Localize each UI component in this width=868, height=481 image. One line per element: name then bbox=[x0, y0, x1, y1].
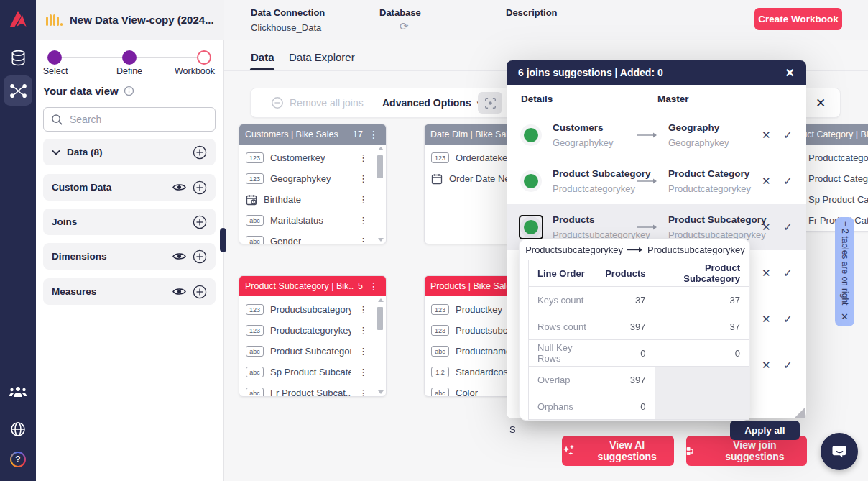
step-select-circle[interactable] bbox=[47, 50, 62, 65]
reject-join-icon[interactable]: ✕ bbox=[762, 175, 771, 188]
kebab-menu-icon[interactable]: ⋮ bbox=[357, 215, 369, 226]
kebab-menu-icon[interactable]: ⋮ bbox=[357, 304, 369, 315]
add-icon[interactable] bbox=[193, 145, 207, 160]
view-ai-suggestions-button[interactable]: View AI suggestions bbox=[562, 436, 674, 466]
field-row[interactable]: 123Productsubcategory...⋮ bbox=[239, 299, 386, 320]
kebab-menu-icon[interactable]: ⋮ bbox=[357, 152, 369, 163]
field-row[interactable]: abcMaritalstatus⋮ bbox=[239, 210, 386, 231]
nav-database-icon[interactable] bbox=[0, 47, 36, 69]
field-row[interactable]: abcSp Product Subcateg...⋮ bbox=[239, 362, 386, 382]
field-row[interactable]: abcFr Product Subcat...⋮ bbox=[239, 382, 386, 397]
apply-all-button[interactable]: Apply all bbox=[730, 421, 800, 440]
modal-header[interactable]: 6 joins suggestions | Added: 0 ✕ bbox=[507, 60, 806, 85]
join-status-dot[interactable] bbox=[524, 128, 538, 142]
nav-help-icon[interactable]: ? bbox=[0, 450, 36, 469]
kebab-menu-icon[interactable]: ⋮ bbox=[357, 346, 369, 357]
detail-table: Customers bbox=[553, 122, 614, 133]
kebab-menu-icon[interactable]: ⋮ bbox=[357, 236, 369, 244]
stats-value: 37 bbox=[655, 287, 749, 313]
section-measures[interactable]: Measures bbox=[43, 278, 216, 305]
stepper-line bbox=[62, 57, 122, 58]
add-icon[interactable] bbox=[193, 285, 207, 299]
tab-data[interactable]: Data bbox=[251, 51, 274, 63]
section-data[interactable]: Data (8) bbox=[43, 139, 216, 165]
join-status-dot[interactable] bbox=[524, 174, 538, 188]
advanced-options-button[interactable]: Advanced Options ▾ bbox=[382, 88, 481, 117]
view-join-suggestions-button[interactable]: View join suggestions bbox=[686, 436, 807, 466]
reject-join-icon[interactable]: ✕ bbox=[762, 221, 771, 234]
table-card-header[interactable]: Customers | Bike Sales 17 ⋮ bbox=[239, 124, 386, 145]
kebab-menu-icon[interactable]: ⋮ bbox=[357, 194, 369, 205]
search-input[interactable] bbox=[70, 114, 192, 125]
join-status-dot[interactable] bbox=[524, 220, 538, 234]
nav-globe-icon[interactable] bbox=[0, 420, 36, 439]
add-icon[interactable] bbox=[193, 215, 207, 229]
scroll-down-icon[interactable] bbox=[378, 238, 384, 242]
reject-join-icon[interactable]: ✕ bbox=[762, 267, 771, 280]
resize-handle[interactable] bbox=[795, 407, 805, 418]
eye-icon[interactable] bbox=[172, 287, 186, 296]
toolbar-close-button[interactable]: ✕ bbox=[816, 88, 826, 117]
detail-table: Products bbox=[553, 214, 650, 225]
scroll-down-icon[interactable] bbox=[378, 390, 384, 394]
app-logo-icon[interactable] bbox=[0, 6, 36, 32]
kebab-menu-icon[interactable]: ⋮ bbox=[357, 388, 369, 397]
nav-community-icon[interactable] bbox=[0, 383, 36, 400]
refresh-icon[interactable]: ⟳ bbox=[400, 20, 409, 33]
tab-data-explorer[interactable]: Data Explorer bbox=[289, 51, 355, 63]
kebab-menu-icon[interactable]: ⋮ bbox=[367, 280, 380, 292]
accept-join-icon[interactable]: ✓ bbox=[783, 221, 793, 234]
scroll-up-icon[interactable] bbox=[378, 147, 384, 150]
step-workbook-circle[interactable] bbox=[197, 50, 211, 65]
card-scrollbar[interactable] bbox=[377, 147, 384, 242]
create-workbook-button[interactable]: Create Workbook bbox=[754, 8, 842, 30]
kebab-menu-icon[interactable]: ⋮ bbox=[357, 173, 369, 184]
section-joins[interactable]: Joins bbox=[43, 209, 216, 235]
sidebar-resize-handle[interactable] bbox=[220, 228, 226, 252]
close-icon[interactable]: ✕ bbox=[839, 311, 850, 322]
field-row[interactable]: 123Customerkey⋮ bbox=[239, 147, 386, 168]
field-row[interactable]: 123Geographykey⋮ bbox=[239, 168, 386, 189]
scroll-up-icon[interactable] bbox=[378, 298, 384, 302]
field-row[interactable]: Birthdate⋮ bbox=[239, 189, 386, 210]
accept-join-icon[interactable]: ✓ bbox=[783, 175, 793, 188]
stats-col-header: Product Subcategory bbox=[655, 260, 749, 287]
field-row[interactable]: abcProduct Subcategory⋮ bbox=[239, 341, 386, 362]
table-card-header[interactable]: Product Subcategory | Bik... 5 ⋮ bbox=[239, 276, 386, 296]
kebab-menu-icon[interactable]: ⋮ bbox=[367, 129, 380, 140]
nav-joins-icon[interactable] bbox=[4, 75, 32, 106]
step-define-circle[interactable] bbox=[122, 50, 137, 65]
chat-widget-button[interactable] bbox=[821, 433, 858, 470]
accept-join-icon[interactable]: ✓ bbox=[783, 359, 793, 372]
join-suggestion-row[interactable]: CustomersGeographykey GeographyGeography… bbox=[507, 112, 806, 158]
scrollbar-thumb[interactable] bbox=[377, 307, 383, 330]
add-icon[interactable] bbox=[193, 249, 207, 264]
scrollbar-thumb[interactable] bbox=[377, 155, 383, 178]
reject-join-icon[interactable]: ✕ bbox=[762, 313, 771, 326]
accept-join-icon[interactable]: ✓ bbox=[783, 313, 793, 326]
reject-join-icon[interactable]: ✕ bbox=[762, 129, 771, 142]
chevron-down-icon[interactable] bbox=[52, 150, 60, 155]
join-suggestion-row[interactable]: Product SubcategoryProductcategorykey Pr… bbox=[507, 158, 806, 204]
remove-all-joins-button[interactable]: Remove all joins bbox=[271, 88, 364, 117]
accept-join-icon[interactable]: ✓ bbox=[783, 129, 793, 142]
section-custom-data[interactable]: Custom Data bbox=[43, 174, 216, 201]
section-dimensions[interactable]: Dimensions bbox=[43, 243, 216, 270]
tables-on-right-tab[interactable]: + 2 tables are on right ✕ bbox=[835, 217, 854, 326]
eye-icon[interactable] bbox=[172, 183, 186, 192]
fit-view-button[interactable] bbox=[478, 92, 502, 114]
field-label: Product Category bbox=[808, 173, 868, 184]
field-label: Sp Product Category bbox=[808, 194, 868, 205]
accept-join-icon[interactable]: ✓ bbox=[783, 267, 793, 280]
card-scrollbar[interactable] bbox=[377, 298, 384, 394]
field-row[interactable]: 123Productcategorykey⋮ bbox=[239, 320, 386, 341]
kebab-menu-icon[interactable]: ⋮ bbox=[357, 325, 369, 336]
search-box[interactable] bbox=[43, 107, 216, 132]
info-icon[interactable] bbox=[124, 86, 134, 96]
kebab-menu-icon[interactable]: ⋮ bbox=[357, 367, 369, 377]
reject-join-icon[interactable]: ✕ bbox=[762, 359, 771, 372]
modal-close-icon[interactable]: ✕ bbox=[785, 66, 795, 80]
eye-icon[interactable] bbox=[172, 252, 186, 261]
add-icon[interactable] bbox=[193, 180, 207, 195]
field-row[interactable]: abcGender⋮ bbox=[239, 231, 386, 244]
